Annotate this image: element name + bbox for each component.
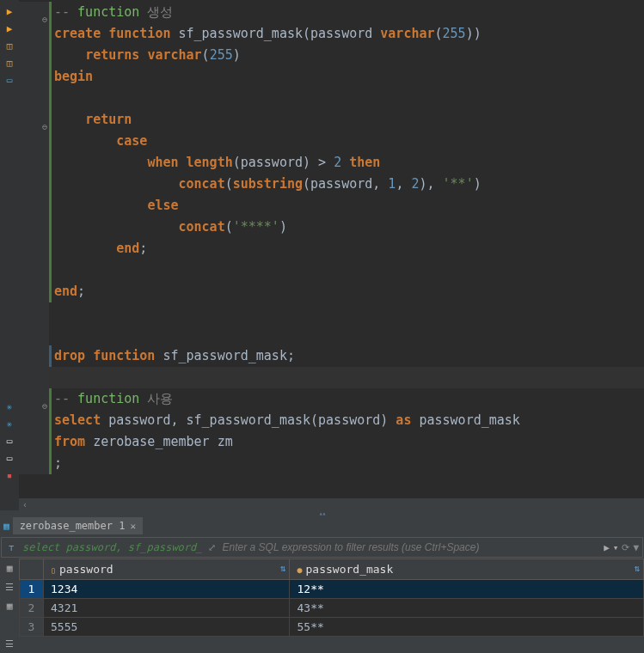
code-line[interactable]: from zerobase_member zm <box>19 431 644 453</box>
cog-icon[interactable]: ✳ <box>2 399 17 414</box>
grid-icon[interactable]: ▦ <box>0 558 19 577</box>
column-label: password <box>59 563 113 576</box>
history-icon[interactable]: ⟳ <box>622 542 629 553</box>
row-number[interactable]: 1 <box>20 580 44 599</box>
code-line[interactable]: create function sf_password_mask(passwor… <box>19 23 644 45</box>
code-line[interactable]: end; <box>19 281 644 302</box>
code-line[interactable] <box>19 302 644 324</box>
code-line[interactable]: ⊖-- function 사용 <box>19 388 644 410</box>
cell-password[interactable]: 5555 <box>44 618 290 637</box>
code-line[interactable]: drop function sf_password_mask; <box>19 345 644 367</box>
code-editor[interactable]: ⊖-- function 생성create function sf_passwo… <box>19 0 644 498</box>
table-row[interactable]: 2432143** <box>20 599 644 618</box>
column-header[interactable]: ▯password⇅ <box>44 559 290 580</box>
box-icon[interactable]: ▪ <box>2 467 17 483</box>
file2-icon[interactable]: ▭ <box>2 450 17 466</box>
results-panel: ▦ zerobase_member 1 ✕ ᴛ select password,… <box>0 516 644 653</box>
close-icon[interactable]: ✕ <box>130 521 136 532</box>
cog2-icon[interactable]: ✳ <box>2 416 17 431</box>
code-line[interactable]: select password, sf_password_mask(passwo… <box>19 410 644 431</box>
file-icon[interactable]: ▭ <box>2 433 17 449</box>
script2-icon[interactable]: ◫ <box>2 55 17 70</box>
rownum-header <box>20 559 44 580</box>
code-line[interactable]: returns varchar(255) <box>19 45 644 66</box>
spacer[interactable] <box>0 615 19 634</box>
code-line[interactable]: ; <box>19 453 644 474</box>
cell-password-mask[interactable]: 43** <box>290 599 644 618</box>
run-icon[interactable]: ▶ <box>2 3 17 19</box>
dropdown-icon[interactable]: ▾ <box>613 542 619 553</box>
fold-icon[interactable]: ⊖ <box>39 9 47 17</box>
results-toolbar: ▦☰▦☰ <box>0 558 19 653</box>
run-new-icon[interactable]: ▶ <box>2 21 17 36</box>
code-line[interactable] <box>19 367 644 388</box>
horizontal-scrollbar[interactable]: ‹ <box>19 498 644 510</box>
sort-icon[interactable]: ⇅ <box>280 563 286 574</box>
table-row[interactable]: 3555555** <box>20 618 644 637</box>
column-header[interactable]: ●password_mask⇅ <box>290 559 644 580</box>
row-number[interactable]: 2 <box>20 599 44 618</box>
code-line[interactable]: end; <box>19 238 644 259</box>
column-label: password_mask <box>306 563 394 576</box>
code-line[interactable] <box>19 88 644 109</box>
code-line[interactable]: begin <box>19 66 644 88</box>
filter-input[interactable] <box>219 541 604 553</box>
expand-icon[interactable]: ⤢ <box>205 542 219 553</box>
results-grid[interactable]: ▯password⇅●password_mask⇅ 1123412**24321… <box>19 558 644 653</box>
column-type-icon: ● <box>297 565 302 575</box>
results-tab[interactable]: zerobase_member 1 ✕ <box>13 517 143 534</box>
cell-password[interactable]: 1234 <box>44 580 290 599</box>
form-icon[interactable]: ▭ <box>2 72 17 88</box>
filter-sql-icon[interactable]: ᴛ <box>2 542 21 553</box>
sort-icon[interactable]: ⇅ <box>634 563 640 574</box>
code-line[interactable]: case <box>19 131 644 152</box>
code-line[interactable]: concat(substring(password, 1, 2), '**') <box>19 174 644 195</box>
code-line[interactable]: ⊖ return <box>19 109 644 131</box>
code-line[interactable]: concat('****') <box>19 217 644 238</box>
record-icon[interactable]: ☰ <box>0 634 19 653</box>
filter-sql-preview: select password, sf_password_ <box>21 541 205 553</box>
code-line[interactable]: else <box>19 195 644 217</box>
tab-label: zerobase_member 1 <box>20 520 126 532</box>
left-toolbar: ▶▶◫◫▭ ✳✳▭▭▪ <box>0 0 19 510</box>
fold-icon[interactable]: ⊖ <box>39 116 47 125</box>
fold-icon[interactable]: ⊖ <box>39 395 47 404</box>
cell-password-mask[interactable]: 12** <box>290 580 644 599</box>
script-icon[interactable]: ◫ <box>2 38 17 53</box>
code-line[interactable]: when length(password) > 2 then <box>19 152 644 174</box>
text-icon[interactable]: ☰ <box>0 577 19 596</box>
scroll-left-icon[interactable]: ‹ <box>19 500 31 510</box>
code-line[interactable] <box>19 324 644 345</box>
code-line[interactable]: ⊖-- function 생성 <box>19 2 644 23</box>
code-line[interactable] <box>19 259 644 281</box>
filter-bar: ᴛ select password, sf_password_ ⤢ ▶ ▾ ⟳ … <box>1 537 643 558</box>
funnel-icon[interactable]: ▼ <box>633 542 639 553</box>
row-number[interactable]: 3 <box>20 618 44 637</box>
column-type-icon: ▯ <box>51 565 56 575</box>
cell-password[interactable]: 4321 <box>44 599 290 618</box>
grid2-icon[interactable]: ▦ <box>0 596 19 615</box>
cell-password-mask[interactable]: 55** <box>290 618 644 637</box>
apply-icon[interactable]: ▶ <box>604 542 610 553</box>
table-row[interactable]: 1123412** <box>20 580 644 599</box>
table-icon: ▦ <box>3 521 9 532</box>
